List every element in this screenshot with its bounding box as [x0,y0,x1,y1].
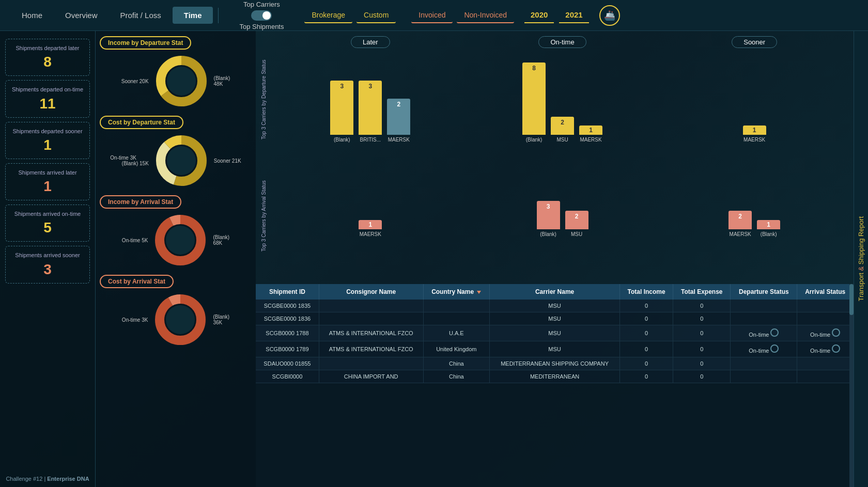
bar-sooner-maersk-dep-name: MAERSK [743,137,765,143]
cost-arrival-donut-wrap: On-time 3K (Blank)36K [100,291,252,348]
income-departure-section: Income by Departure Stat Sooner 20K (Bla… [100,36,252,109]
cost-arrival-section: Cost by Arrival Stat On-time 3K (Blank)3… [100,275,252,348]
bar-charts-container: Top 3 Carriers by Departure Status Top 3… [256,31,854,284]
bar-later-britis-bar: 3 [359,81,382,135]
top-carriers-label: Top Carriers [243,1,280,8]
stat-arrived-later-label: Shipments arrived later [10,169,85,176]
income-departure-donut [153,53,210,109]
stat-departed-later-label: Shipments departed later [10,44,85,52]
cell-carrier: MSU [490,300,620,312]
col-shipment-id[interactable]: Shipment ID [256,284,319,300]
tab-custom[interactable]: Custom [357,8,396,23]
arrival-bars-row: 1 MAERSK 3 (Blank) 2 MSU 2 MAERS [276,147,848,237]
challenge-badge: Challenge #12 | Enterprise DNA [0,476,95,482]
cell-country: United Kingdom [423,341,490,357]
table-row[interactable]: SCGBI0000 CHINA IMPORT AND China MEDITER… [256,370,854,383]
bar-ontime-msu-name: MSU [556,137,568,143]
svg-point-6 [167,146,196,175]
top-shipments-label: Top Shipments [239,23,284,30]
nav-item-time[interactable]: Time [173,7,213,24]
income-dep-label-left: Sooner 20K [121,78,149,84]
year-tabs: 2020 2021 [524,7,589,23]
col-country[interactable]: Country Name [423,284,490,300]
arr-status-radio[interactable] [832,328,840,337]
logo-icon: 🚢 [599,5,620,26]
nav-item-profit-loss[interactable]: Profit / Loss [109,7,173,24]
bar-later-maersk: 2 MAERSK [387,99,410,143]
dep-status-radio[interactable] [770,344,779,353]
bar-ontime-maersk-name: MAERSK [580,137,601,143]
stat-arrived-sooner: Shipments arrived sooner 3 [5,246,90,283]
cell-shipment-id: SCGB0000 1789 [256,341,319,357]
table-row[interactable]: SCGB0000 1789 ATMS & INTERNATIONAL FZCO … [256,341,854,357]
table-scrollbar[interactable] [849,284,854,487]
col-consignor[interactable]: Consignor Name [319,284,423,300]
col-expense[interactable]: Total Expense [673,284,731,300]
cell-country [423,300,490,312]
right-sidebar-text: Transport & Shipping Report [857,216,865,301]
cell-country: China [423,370,490,383]
sooner-header-container: Sooner [660,36,848,48]
scrollbar-thumb [849,284,854,315]
shipments-table: Shipment ID Consignor Name Country Name … [256,284,854,383]
cost-arr-label-left: On-time 3K [122,317,148,323]
sooner-header: Sooner [732,36,777,48]
cell-expense: 0 [673,370,731,383]
sooner-departure-bars: 1 MAERSK [660,52,848,143]
stat-departed-later: Shipments departed later 8 [5,39,90,76]
cell-income: 0 [620,370,673,383]
cell-income: 0 [620,357,673,370]
arr-status-radio[interactable] [832,344,840,353]
stat-departed-ontime-value: 11 [10,96,85,112]
cell-country [423,312,490,325]
col-arr-status[interactable]: Arrival Status [797,284,854,300]
tab-invoiced[interactable]: Invoiced [411,8,453,23]
salmon-tabs: Invoiced Non-Invoiced [411,8,514,23]
cell-consignor: ATMS & INTERNATIONAL FZCO [319,325,423,341]
col-carrier[interactable]: Carrier Name [490,284,620,300]
carriers-toggle[interactable] [251,10,272,21]
tab-brokerage[interactable]: Brokerage [304,8,352,23]
yellow-tabs: Brokerage Custom [304,8,396,23]
cell-dep-status [731,300,797,312]
table-row[interactable]: SCGBE0000 1836 MSU 0 0 [256,312,854,325]
bar-later-blank-bar: 3 [330,81,353,135]
bar-later-blank: 3 (Blank) [330,81,353,143]
bar-arr-sooner-maersk-name: MAERSK [730,231,751,237]
cell-arr-status: On-time [797,325,854,341]
left-sidebar: Shipments departed later 8 Shipments dep… [0,31,96,487]
stat-arrived-later-value: 1 [10,178,85,195]
nav-separator [218,8,219,23]
dep-status-radio[interactable] [770,328,779,337]
stat-departed-later-value: 8 [10,54,85,70]
departure-status-label: Top 3 Carriers by Departure Status [261,48,267,151]
cell-arr-status: On-time [797,341,854,357]
col-income[interactable]: Total Income [620,284,673,300]
ontime-arrival-bars: 3 (Blank) 2 MSU [469,147,657,237]
nav-item-home[interactable]: Home [10,7,54,24]
tab-2021[interactable]: 2021 [559,7,588,23]
table-row[interactable]: SCGB0000 1788 ATMS & INTERNATIONAL FZCO … [256,325,854,341]
cell-consignor [319,312,423,325]
income-dep-label-right: (Blank)48K [214,75,230,87]
cell-carrier: MSU [490,312,620,325]
bar-charts-main: Later On-time Sooner 3 (Blank) 3 BRITIS.… [271,31,854,284]
stat-arrived-sooner-label: Shipments arrived sooner [10,252,85,259]
cost-departure-section: Cost by Departure Stat On-time 3K (Blank… [100,116,252,189]
bar-later-britis-name: BRITIS... [360,137,381,143]
tab-2020[interactable]: 2020 [524,7,554,23]
cell-dep-status: On-time [731,325,797,341]
right-sidebar: Transport & Shipping Report [854,31,868,487]
arrival-status-label: Top 3 Carriers by Arrival Status [261,164,267,268]
tab-non-invoiced[interactable]: Non-Invoiced [457,8,514,23]
cell-income: 0 [620,312,673,325]
bar-arr-later-maersk-name: MAERSK [360,231,381,237]
income-arr-label-left: On-time 5K [122,238,148,243]
col-dep-status[interactable]: Departure Status [731,284,797,300]
income-arrival-title: Income by Arrival Stat [100,195,181,209]
table-row[interactable]: SDAUO000 01855 China MEDITERRANEAN SHIPP… [256,357,854,370]
bar-ontime-blank-bar: 8 [522,62,546,135]
cell-arr-status [797,300,854,312]
nav-item-overview[interactable]: Overview [54,7,109,24]
table-row[interactable]: SCGBE0000 1835 MSU 0 0 [256,300,854,312]
